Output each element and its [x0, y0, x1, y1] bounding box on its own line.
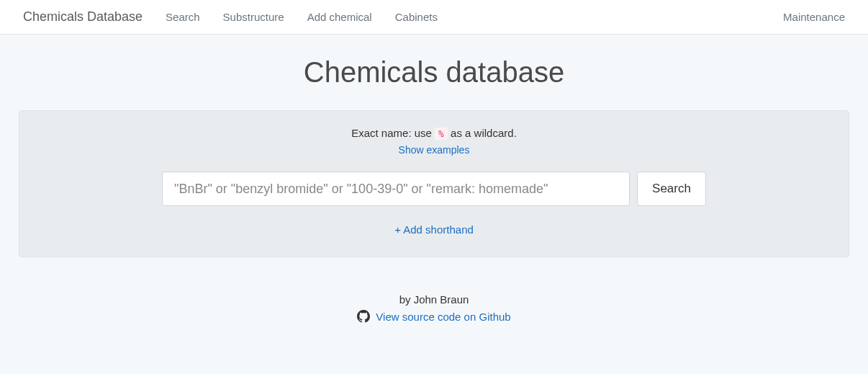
nav-item-search[interactable]: Search	[154, 2, 212, 32]
add-shorthand-link[interactable]: + Add shorthand	[394, 223, 474, 236]
nav-item-maintenance[interactable]: Maintenance	[772, 2, 856, 32]
github-icon	[357, 310, 370, 323]
wildcard-char: %	[435, 128, 448, 140]
search-row: Search	[34, 172, 834, 206]
search-input[interactable]	[162, 172, 630, 206]
show-examples-link[interactable]: Show examples	[399, 144, 470, 156]
nav-brand[interactable]: Chemicals Database	[12, 1, 154, 33]
page-title: Chemicals database	[19, 56, 849, 89]
nav-item-add-chemical[interactable]: Add chemical	[296, 2, 384, 32]
nav-left: Chemicals Database Search Substructure A…	[12, 1, 449, 33]
byline: by John Braun	[19, 293, 849, 306]
source-code-link[interactable]: View source code on Github	[376, 311, 510, 323]
search-button[interactable]: Search	[637, 172, 706, 206]
search-hint: Exact name: use % as a wildcard.	[34, 127, 834, 139]
hint-suffix: as a wildcard.	[448, 127, 517, 139]
search-panel: Exact name: use % as a wildcard. Show ex…	[19, 110, 849, 257]
nav-item-substructure[interactable]: Substructure	[212, 2, 296, 32]
source-line: View source code on Github	[357, 310, 510, 323]
navbar: Chemicals Database Search Substructure A…	[0, 0, 868, 35]
main-container: Chemicals database Exact name: use % as …	[0, 35, 868, 326]
nav-item-cabinets[interactable]: Cabinets	[384, 2, 449, 32]
nav-right: Maintenance	[772, 2, 856, 32]
footer: by John Braun View source code on Github	[19, 293, 849, 326]
hint-prefix: Exact name: use	[351, 127, 435, 139]
